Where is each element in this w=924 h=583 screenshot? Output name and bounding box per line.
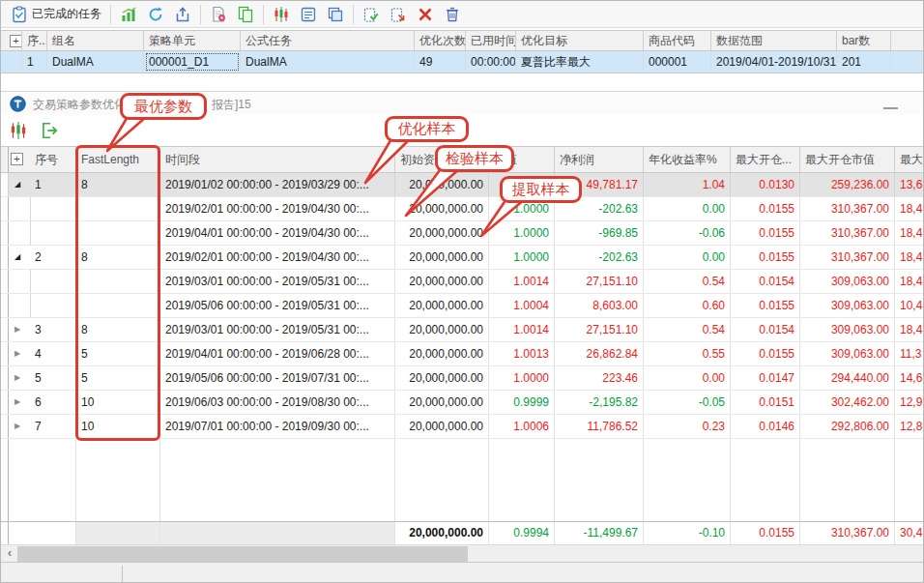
cell-bars[interactable]: 201: [837, 51, 891, 73]
header-target[interactable]: 优化目标: [516, 31, 644, 50]
cell-annual-return[interactable]: 0.00: [644, 246, 731, 269]
table-row[interactable]: ◢ 1 8 2019/01/02 00:00:00 - 2019/03/29 0…: [1, 173, 924, 197]
cell-net-profit[interactable]: -969.85: [555, 221, 644, 245]
cell-period[interactable]: 2019/02/01 00:00:00 - 2019/04/30 00:...: [160, 246, 395, 269]
cell-nav[interactable]: 1.0014: [489, 318, 555, 341]
cell-max-open[interactable]: 0.0151: [731, 391, 800, 414]
cell-symbol[interactable]: 000001: [644, 51, 711, 73]
cell-unit[interactable]: 000001_D1: [144, 51, 241, 73]
cell-seq[interactable]: 6: [30, 391, 76, 414]
cell-annual-return[interactable]: -0.06: [644, 221, 731, 245]
cell-max[interactable]: 18,4: [895, 221, 924, 245]
cell-formula-task[interactable]: DualMA: [241, 51, 415, 73]
header-max-open-value[interactable]: 最大开仓市值: [800, 147, 895, 172]
table-row[interactable]: ▶ 3 8 2019/03/01 00:00:00 - 2019/05/31 0…: [1, 318, 924, 342]
cell-max[interactable]: 18,4: [895, 270, 924, 293]
table-row[interactable]: ▶ 4 5 2019/04/01 00:00:00 - 2019/06/28 0…: [1, 342, 924, 366]
scroll-left-arrow[interactable]: ‹: [1, 545, 18, 563]
expand-toggle-icon[interactable]: [9, 294, 30, 317]
cell-period[interactable]: 2019/06/03 00:00:00 - 2019/08/30 00:...: [160, 391, 395, 414]
cell-max-open[interactable]: 0.0154: [731, 318, 800, 341]
cell-net-profit[interactable]: 27,151.10: [555, 270, 644, 293]
export-up-button[interactable]: [169, 3, 196, 26]
paste-out-button[interactable]: [385, 3, 412, 26]
report-settings-button[interactable]: [205, 3, 232, 26]
expand-toggle-icon[interactable]: ◢: [9, 173, 30, 196]
cell-annual-return[interactable]: 0.00: [644, 197, 731, 220]
cell-period[interactable]: 2019/05/06 00:00:00 - 2019/07/31 00:...: [160, 366, 395, 390]
cell-fastlength[interactable]: [76, 294, 160, 317]
cell-max-open-value[interactable]: 310,367.00: [800, 197, 895, 220]
minimize-button[interactable]: [879, 102, 904, 113]
header-formula-task[interactable]: 公式任务: [241, 31, 415, 50]
expand-toggle-icon[interactable]: [9, 221, 30, 245]
cell-group[interactable]: DualMA: [47, 51, 144, 73]
cell-annual-return[interactable]: 0.55: [644, 342, 731, 365]
cell-period[interactable]: 2019/01/02 00:00:00 - 2019/03/29 00:...: [160, 173, 395, 196]
cell-max-open[interactable]: 0.0155: [731, 342, 800, 365]
cell-capital[interactable]: 20,000,000.00: [395, 342, 489, 365]
header-seq[interactable]: 序号: [30, 147, 76, 172]
cell-max-open[interactable]: 0.0146: [731, 415, 800, 438]
expand-toggle-icon[interactable]: ▶: [9, 415, 30, 438]
cell-nav[interactable]: 1.0000: [489, 366, 555, 390]
cell-nav[interactable]: 1.0000: [489, 197, 555, 220]
cell-fastlength[interactable]: 8: [76, 173, 160, 196]
export-icon[interactable]: [40, 121, 59, 140]
cell-max[interactable]: 13,6: [895, 173, 924, 196]
cell-nav[interactable]: 1.0006: [489, 415, 555, 438]
cell-capital[interactable]: 20,000,000.00: [395, 173, 489, 196]
cell-max-open-value[interactable]: 294,440.00: [800, 366, 895, 390]
cell-net-profit[interactable]: 8,603.00: [555, 294, 644, 317]
cell-capital[interactable]: 20,000,000.00: [395, 221, 489, 245]
cell-net-profit[interactable]: -202.63: [555, 246, 644, 269]
cell-elapsed[interactable]: 00:00:00: [466, 51, 516, 73]
expand-toggle-icon[interactable]: ◢: [9, 246, 30, 269]
cell-capital[interactable]: 20,000,000.00: [395, 318, 489, 341]
cell-max-open-value[interactable]: 302,462.00: [800, 391, 895, 414]
header-net-profit[interactable]: 净利润: [555, 147, 644, 172]
cell-period[interactable]: 2019/03/01 00:00:00 - 2019/05/31 00:...: [160, 270, 395, 293]
cell-net-profit[interactable]: 49,781.17: [555, 173, 644, 196]
header-unit[interactable]: 策略单元: [144, 31, 241, 50]
cell-nav[interactable]: 0.9999: [489, 391, 555, 414]
cell-max[interactable]: 18,4: [895, 197, 924, 220]
paste-check-button[interactable]: [358, 3, 385, 26]
cell-seq[interactable]: 1: [22, 51, 47, 73]
table-row[interactable]: ▶ 5 5 2019/05/06 00:00:00 - 2019/07/31 0…: [1, 366, 924, 391]
cell-max[interactable]: 10,4: [895, 294, 924, 317]
header-fastlength[interactable]: FastLength: [76, 147, 160, 172]
trash-button[interactable]: [439, 3, 466, 26]
plus-icon[interactable]: +: [10, 35, 22, 47]
cell-annual-return[interactable]: 1.04: [644, 173, 731, 196]
cell-max[interactable]: 14,6: [895, 366, 924, 390]
header-period[interactable]: 时间段: [160, 147, 395, 172]
expand-toggle-icon[interactable]: ▶: [9, 342, 30, 365]
cell-capital[interactable]: 20,000,000.00: [395, 246, 489, 269]
cell-seq[interactable]: [30, 221, 76, 245]
table-row[interactable]: ◢ 2 8 2019/02/01 00:00:00 - 2019/04/30 0…: [1, 246, 924, 270]
cell-fastlength[interactable]: [76, 270, 160, 293]
cell-max[interactable]: 18,4: [895, 318, 924, 341]
header-seq[interactable]: 序...: [22, 31, 47, 50]
cell-max[interactable]: 12,9: [895, 391, 924, 414]
cell-net-profit[interactable]: -2,195.82: [555, 391, 644, 414]
cell-target[interactable]: 夏普比率最大: [516, 51, 644, 73]
cell-period[interactable]: 2019/05/06 00:00:00 - 2019/05/31 00:...: [160, 294, 395, 317]
cell-max-open-value[interactable]: 259,236.00: [800, 173, 895, 196]
cell-capital[interactable]: 20,000,000.00: [395, 270, 489, 293]
expand-all-header[interactable]: +: [1, 31, 22, 50]
cell-capital[interactable]: 20,000,000.00: [395, 197, 489, 220]
cell-period[interactable]: 2019/02/01 00:00:00 - 2019/04/30 00:...: [160, 197, 395, 220]
cell-max-open-value[interactable]: 310,367.00: [800, 246, 895, 269]
header-opt-count[interactable]: 优化次数: [415, 31, 466, 50]
layers-button[interactable]: [322, 3, 349, 26]
cell-seq[interactable]: 2: [30, 246, 76, 269]
cell-fastlength[interactable]: 5: [76, 366, 160, 390]
scrollbar-thumb[interactable]: [17, 546, 468, 562]
cell-max-open-value[interactable]: 309,063.00: [800, 342, 895, 365]
cell-seq[interactable]: 3: [30, 318, 76, 341]
cell-period[interactable]: 2019/04/01 00:00:00 - 2019/04/30 00:...: [160, 221, 395, 245]
cell-period[interactable]: 2019/07/01 00:00:00 - 2019/09/30 00:...: [160, 415, 395, 438]
table-row[interactable]: 2019/05/06 00:00:00 - 2019/05/31 00:... …: [1, 294, 924, 318]
